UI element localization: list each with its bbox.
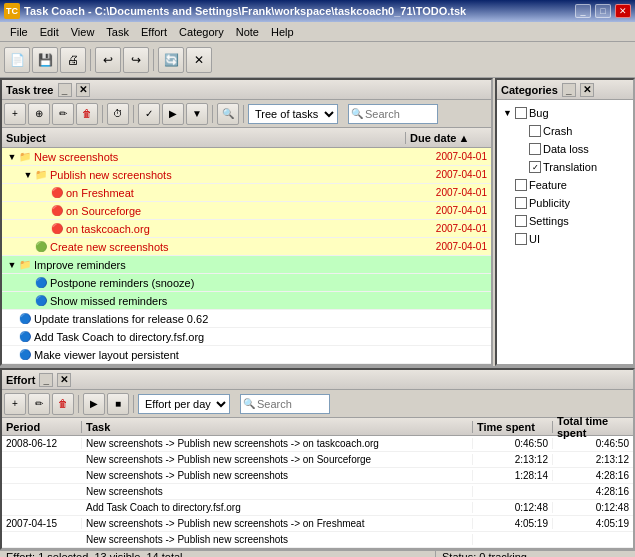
expand-btn[interactable]: ▶ <box>162 103 184 125</box>
effort-toolbar: + ✏ 🗑 ▶ ■ Effort per day 🔍 <box>2 390 633 418</box>
undo-button[interactable]: ↩ <box>95 47 121 73</box>
redo-button[interactable]: ↪ <box>123 47 149 73</box>
cat-close[interactable]: ✕ <box>580 83 594 97</box>
cat-toggle[interactable]: ▼ <box>503 108 513 118</box>
tree-toggle[interactable]: ▼ <box>22 169 34 181</box>
effort-btn[interactable]: ⏱ <box>107 103 129 125</box>
effort-row[interactable]: Add Task Coach to directory.fsf.org0:12:… <box>2 500 633 516</box>
effort-filter-select[interactable]: Effort per day <box>138 394 230 414</box>
cat-item[interactable]: UI <box>501 230 629 248</box>
effort-row[interactable]: New screenshots -> Publish new screensho… <box>2 452 633 468</box>
menu-view[interactable]: View <box>65 24 101 40</box>
filter-btn[interactable]: 🔍 <box>217 103 239 125</box>
cat-checkbox[interactable] <box>515 233 527 245</box>
cat-label: Data loss <box>543 143 589 155</box>
task-row[interactable]: 🔴on Sourceforge2007-04-01 <box>2 202 491 220</box>
new-button[interactable]: 📄 <box>4 47 30 73</box>
task-icon: 📁 <box>18 150 32 164</box>
close-button[interactable]: ✕ <box>615 4 631 18</box>
task-row[interactable]: 🔵Show missed reminders <box>2 292 491 310</box>
refresh-button[interactable]: 🔄 <box>158 47 184 73</box>
task-tree-pin[interactable]: _ <box>58 83 72 97</box>
cat-checkbox[interactable] <box>515 215 527 227</box>
new-task-btn[interactable]: + <box>4 103 26 125</box>
task-row[interactable]: 🔵Make viewer layout persistent <box>2 346 491 364</box>
stop-effort-btn[interactable]: ■ <box>107 393 129 415</box>
mark-complete-btn[interactable]: ✓ <box>138 103 160 125</box>
effort-rows[interactable]: 2008-06-12New screenshots -> Publish new… <box>2 436 633 548</box>
edit-effort-btn[interactable]: ✏ <box>28 393 50 415</box>
cat-item[interactable]: Settings <box>501 212 629 230</box>
cat-item[interactable]: Data loss <box>501 140 629 158</box>
cat-item[interactable]: Publicity <box>501 194 629 212</box>
task-subject: 🔵Postpone reminders (snooze) <box>2 276 406 290</box>
effort-row[interactable]: 2008-06-12New screenshots -> Publish new… <box>2 436 633 452</box>
cat-checkbox[interactable] <box>515 179 527 191</box>
task-row[interactable]: 🔴on taskcoach.org2007-04-01 <box>2 220 491 238</box>
effort-row[interactable]: New screenshots -> Publish new screensho… <box>2 468 633 484</box>
er-period: 2007-04-15 <box>2 518 82 529</box>
cat-item[interactable]: Feature <box>501 176 629 194</box>
task-tree-close[interactable]: ✕ <box>76 83 90 97</box>
cat-checkbox[interactable]: ✓ <box>529 161 541 173</box>
cat-checkbox[interactable] <box>529 143 541 155</box>
task-row[interactable]: ▼📁Publish new screenshots2007-04-01 <box>2 166 491 184</box>
task-icon: 🔴 <box>50 222 64 236</box>
menu-category[interactable]: Category <box>173 24 230 40</box>
view-selector[interactable]: Tree of tasks <box>248 104 338 124</box>
new-effort-btn[interactable]: + <box>4 393 26 415</box>
print-button[interactable]: 🖨 <box>60 47 86 73</box>
effort-pin[interactable]: _ <box>39 373 53 387</box>
tree-toggle[interactable]: ▼ <box>6 259 18 271</box>
menu-effort[interactable]: Effort <box>135 24 173 40</box>
collapse-btn[interactable]: ▼ <box>186 103 208 125</box>
search-input[interactable] <box>365 108 435 120</box>
task-row[interactable]: 🔵Update translations for release 0.62 <box>2 310 491 328</box>
task-row[interactable]: 🔵Add Task Coach to directory.fsf.org <box>2 328 491 346</box>
status-bar: Effort: 1 selected, 13 visible, 14 total… <box>0 550 635 557</box>
menu-file[interactable]: File <box>4 24 34 40</box>
cat-item[interactable]: ✓Translation <box>501 158 629 176</box>
cat-pin[interactable]: _ <box>562 83 576 97</box>
effort-row[interactable]: New screenshots -> Publish new screensho… <box>2 532 633 548</box>
er-time: 0:12:48 <box>473 502 553 513</box>
edit-task-btn[interactable]: ✏ <box>52 103 74 125</box>
effort-close[interactable]: ✕ <box>57 373 71 387</box>
stop-button[interactable]: ✕ <box>186 47 212 73</box>
task-subject: 🔴on taskcoach.org <box>2 222 406 236</box>
delete-task-btn[interactable]: 🗑 <box>76 103 98 125</box>
menu-edit[interactable]: Edit <box>34 24 65 40</box>
start-effort-btn[interactable]: ▶ <box>83 393 105 415</box>
cat-item[interactable]: ▼Bug <box>501 104 629 122</box>
effort-row[interactable]: New screenshots4:28:16 <box>2 484 633 500</box>
task-row[interactable]: ▼📁New screenshots2007-04-01 <box>2 148 491 166</box>
menu-help[interactable]: Help <box>265 24 300 40</box>
minimize-button[interactable]: _ <box>575 4 591 18</box>
save-button[interactable]: 💾 <box>32 47 58 73</box>
task-due: 2007-04-01 <box>406 223 491 234</box>
menu-note[interactable]: Note <box>230 24 265 40</box>
del-effort-btn[interactable]: 🗑 <box>52 393 74 415</box>
menu-task[interactable]: Task <box>100 24 135 40</box>
task-subject: 🟢Create new screenshots <box>2 240 406 254</box>
cat-checkbox[interactable] <box>529 125 541 137</box>
effort-sep-1 <box>78 395 79 413</box>
cat-item[interactable]: Crash <box>501 122 629 140</box>
maximize-button[interactable]: □ <box>595 4 611 18</box>
task-row[interactable]: 🟢Create new screenshots2007-04-01 <box>2 238 491 256</box>
task-row[interactable]: 🔵Postpone reminders (snooze) <box>2 274 491 292</box>
tree-toggle[interactable]: ▼ <box>6 151 18 163</box>
effort-search-input[interactable] <box>257 398 327 410</box>
task-row[interactable]: 🔴on Freshmeat2007-04-01 <box>2 184 491 202</box>
cat-checkbox[interactable] <box>515 197 527 209</box>
task-due: 2007-04-01 <box>406 169 491 180</box>
cat-checkbox[interactable] <box>515 107 527 119</box>
er-total: 2:13:12 <box>553 454 633 465</box>
task-list[interactable]: ▼📁New screenshots2007-04-01▼📁Publish new… <box>2 148 491 364</box>
task-toolbar: + ⊕ ✏ 🗑 ⏱ ✓ ▶ ▼ 🔍 Tree of tasks 🔍 <box>2 100 491 128</box>
task-row[interactable]: ▼📁Improve reminders <box>2 256 491 274</box>
er-total: 0:46:50 <box>553 438 633 449</box>
window-title: Task Coach - C:\Documents and Settings\F… <box>24 5 571 17</box>
new-subtask-btn[interactable]: ⊕ <box>28 103 50 125</box>
effort-row[interactable]: 2007-04-15New screenshots -> Publish new… <box>2 516 633 532</box>
